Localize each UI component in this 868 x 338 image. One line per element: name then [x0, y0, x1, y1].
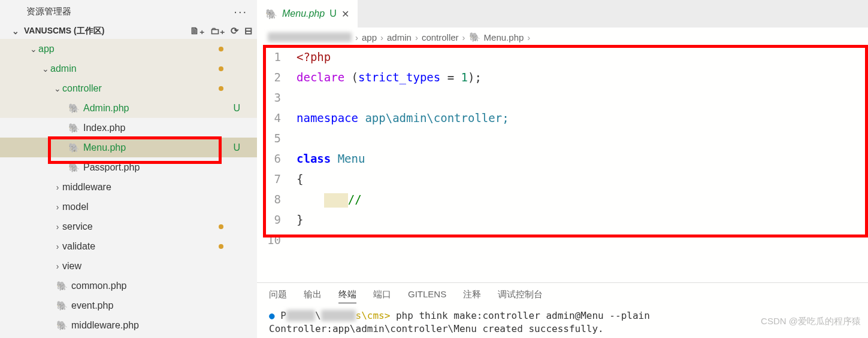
chevron-right-icon: › [53, 261, 62, 271]
folder-label: controller [62, 83, 102, 94]
code-token: class [297, 152, 331, 165]
folder-admin[interactable]: ⌄ admin [0, 59, 257, 78]
folder-label: service [62, 221, 93, 232]
code-token: strict_types [358, 71, 440, 84]
git-status-u: U [233, 103, 240, 114]
php-icon: 🐘 [68, 162, 80, 173]
folder-view[interactable]: › view [0, 256, 257, 276]
file-label: Menu.php [83, 142, 126, 153]
folder-label: validate [62, 241, 95, 252]
terminal-result: Controller:app\admin\controller\Menu cre… [269, 323, 604, 334]
code-token: declare [297, 71, 344, 84]
workspace-header[interactable]: ⌄ VANUSCMS (工作区) 🗎₊ 🗀₊ ⟳ ⊟ [0, 23, 257, 39]
code-token: } [297, 209, 303, 230]
tab-ports[interactable]: 端口 [373, 289, 391, 303]
line-number: 1 [257, 47, 297, 67]
chevron-right-icon: › [355, 32, 358, 42]
line-number: 2 [257, 67, 297, 87]
sidebar-header: 资源管理器 ··· [0, 0, 257, 23]
code-token: // [348, 193, 362, 206]
breadcrumb-item[interactable]: controller [422, 32, 459, 42]
refresh-icon[interactable]: ⟳ [231, 25, 238, 36]
modified-dot [219, 224, 223, 229]
folder-label: app [38, 44, 55, 54]
chevron-down-icon: ⌄ [41, 64, 50, 74]
explorer-title: 资源管理器 [26, 6, 234, 17]
file-event-php[interactable]: 🐘 event.php [0, 296, 257, 315]
file-passport-php[interactable]: 🐘 Passport.php [0, 157, 257, 177]
php-icon: 🐘 [265, 8, 277, 20]
tab-comments[interactable]: 注释 [463, 289, 481, 303]
folder-validate[interactable]: › validate [0, 236, 257, 256]
chevron-right-icon: › [380, 32, 383, 42]
tab-menu-php[interactable]: 🐘 Menu.php U ✕ [257, 0, 358, 28]
chevron-right-icon: › [527, 32, 530, 42]
tab-output[interactable]: 输出 [304, 289, 322, 303]
line-number: 7 [257, 169, 297, 189]
bullet-icon: ● [269, 310, 275, 321]
more-icon[interactable]: ··· [234, 5, 247, 19]
folder-label: admin [50, 63, 77, 74]
file-label: event.php [71, 300, 113, 311]
file-label: common.php [71, 281, 127, 291]
line-number: 9 [257, 209, 297, 230]
git-status-u: U [233, 142, 240, 153]
line-number: 8 [257, 189, 297, 209]
line-number: 5 [257, 128, 297, 148]
file-menu-php[interactable]: 🐘 Menu.php U [0, 138, 257, 157]
breadcrumb-item[interactable]: Menu.php [484, 32, 524, 42]
tab-problems[interactable]: 问题 [269, 289, 287, 303]
chevron-down-icon: ⌄ [53, 84, 62, 93]
php-icon: 🐘 [56, 320, 68, 331]
file-label: Index.php [83, 123, 125, 133]
chevron-right-icon: › [53, 182, 62, 192]
terminal-command: php think make:controller admin@Menu --p… [390, 310, 649, 321]
close-icon[interactable]: ✕ [341, 8, 349, 20]
folder-app[interactable]: ⌄ app [0, 39, 257, 59]
file-admin-php[interactable]: 🐘 Admin.php U [0, 98, 257, 118]
file-index-php[interactable]: 🐘 Index.php [0, 118, 257, 138]
code-token: { [297, 169, 303, 189]
git-status-u: U [329, 8, 337, 19]
chevron-down-icon: ⌄ [29, 44, 38, 54]
tab-terminal[interactable]: 终端 [338, 289, 356, 303]
line-number: 3 [257, 87, 297, 108]
tab-label: Menu.php [282, 8, 325, 19]
file-label: Admin.php [83, 103, 129, 114]
php-icon: 🐘 [68, 103, 80, 114]
folder-label: middleware [62, 182, 111, 193]
breadcrumb-item[interactable]: app [362, 32, 377, 42]
line-number: 6 [257, 148, 297, 169]
chevron-down-icon: ⌄ [11, 26, 20, 36]
file-common-php[interactable]: 🐘 common.php [0, 276, 257, 296]
tab-gitlens[interactable]: GITLENS [408, 289, 446, 303]
file-label: middleware.php [71, 320, 139, 331]
collapse-icon[interactable]: ⊟ [244, 25, 252, 36]
modified-dot [219, 86, 223, 91]
folder-model[interactable]: › model [0, 197, 257, 217]
folder-service[interactable]: › service [0, 217, 257, 236]
folder-controller[interactable]: ⌄ controller [0, 78, 257, 98]
tab-debug[interactable]: 调试控制台 [498, 289, 543, 303]
workspace-actions: 🗎₊ 🗀₊ ⟳ ⊟ [190, 25, 252, 36]
code-token: app\admin\controller; [358, 111, 509, 124]
modified-dot [219, 47, 223, 51]
chevron-right-icon: › [415, 32, 418, 42]
blurred-text: xxxxxx [321, 310, 356, 321]
modified-dot [219, 66, 223, 71]
folder-middleware[interactable]: › middleware [0, 177, 257, 197]
folder-label: view [62, 261, 81, 272]
chevron-right-icon: › [53, 242, 62, 251]
watermark: CSDN @爱吃瓜的程序猿 [761, 316, 861, 327]
modified-dot [219, 244, 223, 249]
code-token: = [440, 71, 461, 84]
file-middleware-php[interactable]: 🐘 middleware.php [0, 315, 257, 335]
breadcrumb[interactable]: xxxxxxxx › app › admin › controller › 🐘 … [257, 28, 868, 47]
panel-tab-bar: 问题 输出 终端 端口 GITLENS 注释 调试控制台 [257, 282, 868, 307]
new-file-icon[interactable]: 🗎₊ [190, 25, 204, 36]
file-tree: ⌄ app ⌄ admin ⌄ controller 🐘 Admin.php U… [0, 39, 257, 338]
code-token: <?php [297, 50, 331, 63]
code-editor[interactable]: 1<?php 2declare (strict_types = 1); 3 4n… [257, 47, 868, 282]
breadcrumb-item[interactable]: admin [387, 32, 412, 42]
new-folder-icon[interactable]: 🗀₊ [210, 25, 225, 36]
